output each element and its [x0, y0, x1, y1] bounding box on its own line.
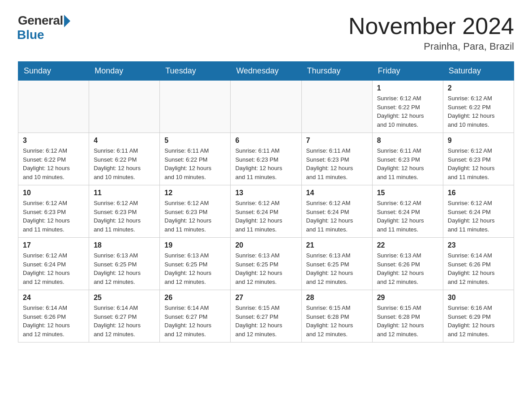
col-thursday: Thursday — [301, 62, 372, 81]
day-info: Sunrise: 6:15 AMSunset: 6:28 PMDaylight:… — [306, 304, 368, 338]
day-number: 20 — [235, 241, 296, 249]
day-cell: 7Sunrise: 6:11 AMSunset: 6:23 PMDaylight… — [301, 133, 372, 185]
day-number: 1 — [377, 84, 438, 92]
logo-blue-text: Blue — [17, 28, 44, 42]
day-number: 17 — [23, 241, 84, 249]
day-info: Sunrise: 6:12 AMSunset: 6:24 PMDaylight:… — [448, 199, 509, 234]
day-info: Sunrise: 6:11 AMSunset: 6:23 PMDaylight:… — [306, 146, 368, 181]
location-subtitle: Prainha, Para, Brazil — [348, 41, 514, 52]
col-sunday: Sunday — [18, 62, 89, 81]
day-cell: 27Sunrise: 6:15 AMSunset: 6:27 PMDayligh… — [231, 290, 301, 342]
day-cell: 19Sunrise: 6:13 AMSunset: 6:25 PMDayligh… — [160, 238, 231, 290]
day-cell — [18, 81, 89, 133]
day-number: 2 — [448, 84, 509, 92]
day-info: Sunrise: 6:15 AMSunset: 6:28 PMDaylight:… — [377, 304, 438, 338]
day-info: Sunrise: 6:14 AMSunset: 6:27 PMDaylight:… — [164, 304, 226, 338]
day-cell: 21Sunrise: 6:13 AMSunset: 6:25 PMDayligh… — [301, 238, 372, 290]
week-row-2: 3Sunrise: 6:12 AMSunset: 6:22 PMDaylight… — [18, 133, 514, 185]
day-number: 23 — [448, 241, 509, 249]
day-cell: 15Sunrise: 6:12 AMSunset: 6:24 PMDayligh… — [372, 185, 443, 238]
day-info: Sunrise: 6:13 AMSunset: 6:26 PMDaylight:… — [377, 251, 438, 286]
day-info: Sunrise: 6:12 AMSunset: 6:23 PMDaylight:… — [164, 199, 226, 234]
day-cell — [301, 81, 372, 133]
calendar-table: Sunday Monday Tuesday Wednesday Thursday… — [18, 61, 514, 342]
day-number: 27 — [235, 294, 296, 302]
day-cell: 8Sunrise: 6:11 AMSunset: 6:23 PMDaylight… — [372, 133, 443, 185]
day-info: Sunrise: 6:14 AMSunset: 6:26 PMDaylight:… — [448, 251, 509, 286]
day-cell: 2Sunrise: 6:12 AMSunset: 6:22 PMDaylight… — [443, 81, 514, 133]
day-cell: 11Sunrise: 6:12 AMSunset: 6:23 PMDayligh… — [89, 185, 160, 238]
day-info: Sunrise: 6:13 AMSunset: 6:25 PMDaylight:… — [94, 251, 155, 286]
day-cell: 23Sunrise: 6:14 AMSunset: 6:26 PMDayligh… — [443, 238, 514, 290]
day-number: 5 — [164, 137, 226, 145]
day-info: Sunrise: 6:11 AMSunset: 6:23 PMDaylight:… — [377, 146, 438, 181]
day-number: 6 — [235, 137, 296, 145]
week-row-5: 24Sunrise: 6:14 AMSunset: 6:26 PMDayligh… — [18, 290, 514, 342]
day-number: 22 — [377, 241, 438, 249]
day-number: 13 — [235, 189, 296, 197]
day-cell: 12Sunrise: 6:12 AMSunset: 6:23 PMDayligh… — [160, 185, 231, 238]
day-cell — [89, 81, 160, 133]
col-tuesday: Tuesday — [160, 62, 231, 81]
day-info: Sunrise: 6:12 AMSunset: 6:24 PMDaylight:… — [306, 199, 368, 234]
day-cell: 25Sunrise: 6:14 AMSunset: 6:27 PMDayligh… — [89, 290, 160, 342]
day-info: Sunrise: 6:12 AMSunset: 6:22 PMDaylight:… — [377, 94, 438, 129]
day-cell: 24Sunrise: 6:14 AMSunset: 6:26 PMDayligh… — [18, 290, 89, 342]
day-cell: 13Sunrise: 6:12 AMSunset: 6:24 PMDayligh… — [231, 185, 301, 238]
day-number: 11 — [94, 189, 155, 197]
day-cell: 26Sunrise: 6:14 AMSunset: 6:27 PMDayligh… — [160, 290, 231, 342]
day-info: Sunrise: 6:16 AMSunset: 6:29 PMDaylight:… — [448, 304, 509, 338]
logo-arrow-icon — [64, 15, 70, 27]
day-number: 28 — [306, 294, 368, 302]
day-info: Sunrise: 6:12 AMSunset: 6:23 PMDaylight:… — [23, 199, 84, 234]
day-info: Sunrise: 6:12 AMSunset: 6:22 PMDaylight:… — [23, 146, 84, 181]
day-number: 26 — [164, 294, 226, 302]
day-cell: 28Sunrise: 6:15 AMSunset: 6:28 PMDayligh… — [301, 290, 372, 342]
month-year-title: November 2024 — [348, 13, 514, 39]
week-row-3: 10Sunrise: 6:12 AMSunset: 6:23 PMDayligh… — [18, 185, 514, 238]
day-info: Sunrise: 6:11 AMSunset: 6:23 PMDaylight:… — [235, 146, 296, 181]
day-cell: 22Sunrise: 6:13 AMSunset: 6:26 PMDayligh… — [372, 238, 443, 290]
day-cell: 5Sunrise: 6:11 AMSunset: 6:22 PMDaylight… — [160, 133, 231, 185]
day-cell: 9Sunrise: 6:12 AMSunset: 6:23 PMDaylight… — [443, 133, 514, 185]
day-cell: 16Sunrise: 6:12 AMSunset: 6:24 PMDayligh… — [443, 185, 514, 238]
day-info: Sunrise: 6:12 AMSunset: 6:24 PMDaylight:… — [23, 251, 84, 286]
day-cell: 4Sunrise: 6:11 AMSunset: 6:22 PMDaylight… — [89, 133, 160, 185]
day-number: 19 — [164, 241, 226, 249]
day-cell: 20Sunrise: 6:13 AMSunset: 6:25 PMDayligh… — [231, 238, 301, 290]
day-info: Sunrise: 6:13 AMSunset: 6:25 PMDaylight:… — [235, 251, 296, 286]
logo: General Blue — [18, 13, 70, 42]
day-number: 18 — [94, 241, 155, 249]
day-info: Sunrise: 6:12 AMSunset: 6:24 PMDaylight:… — [377, 199, 438, 234]
logo-general-text: General — [18, 13, 63, 28]
day-info: Sunrise: 6:14 AMSunset: 6:26 PMDaylight:… — [23, 304, 84, 338]
day-number: 15 — [377, 189, 438, 197]
day-info: Sunrise: 6:12 AMSunset: 6:24 PMDaylight:… — [235, 199, 296, 234]
col-saturday: Saturday — [443, 62, 514, 81]
day-number: 9 — [448, 137, 509, 145]
day-number: 7 — [306, 137, 368, 145]
day-cell — [231, 81, 301, 133]
day-cell: 14Sunrise: 6:12 AMSunset: 6:24 PMDayligh… — [301, 185, 372, 238]
col-friday: Friday — [372, 62, 443, 81]
day-cell: 3Sunrise: 6:12 AMSunset: 6:22 PMDaylight… — [18, 133, 89, 185]
day-number: 8 — [377, 137, 438, 145]
day-info: Sunrise: 6:13 AMSunset: 6:25 PMDaylight:… — [306, 251, 368, 286]
day-cell: 6Sunrise: 6:11 AMSunset: 6:23 PMDaylight… — [231, 133, 301, 185]
page-header: General Blue November 2024 Prainha, Para… — [18, 13, 514, 52]
day-info: Sunrise: 6:11 AMSunset: 6:22 PMDaylight:… — [94, 146, 155, 181]
day-info: Sunrise: 6:15 AMSunset: 6:27 PMDaylight:… — [235, 304, 296, 338]
day-cell: 30Sunrise: 6:16 AMSunset: 6:29 PMDayligh… — [443, 290, 514, 342]
week-row-1: 1Sunrise: 6:12 AMSunset: 6:22 PMDaylight… — [18, 81, 514, 133]
col-monday: Monday — [89, 62, 160, 81]
day-number: 10 — [23, 189, 84, 197]
day-number: 25 — [94, 294, 155, 302]
day-cell: 10Sunrise: 6:12 AMSunset: 6:23 PMDayligh… — [18, 185, 89, 238]
day-cell: 1Sunrise: 6:12 AMSunset: 6:22 PMDaylight… — [372, 81, 443, 133]
day-number: 12 — [164, 189, 226, 197]
day-cell: 18Sunrise: 6:13 AMSunset: 6:25 PMDayligh… — [89, 238, 160, 290]
day-number: 29 — [377, 294, 438, 302]
col-wednesday: Wednesday — [231, 62, 301, 81]
day-cell — [160, 81, 231, 133]
day-number: 21 — [306, 241, 368, 249]
